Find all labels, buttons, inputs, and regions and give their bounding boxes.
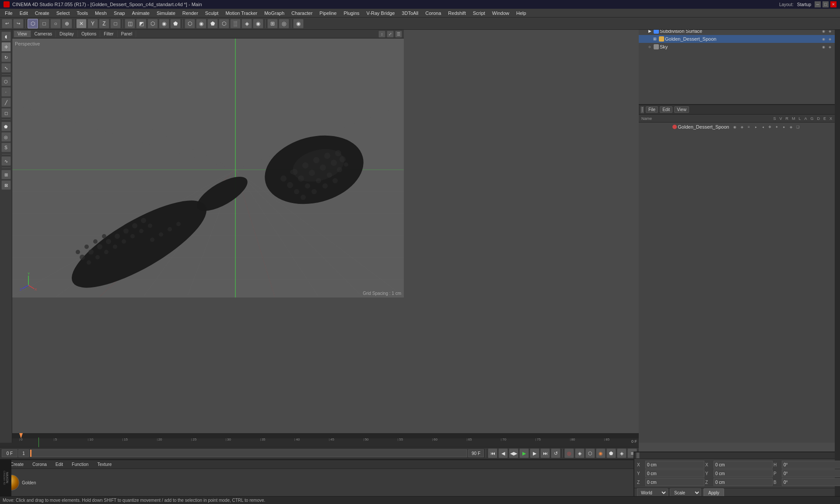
sidebar-point-btn[interactable]: · (1, 87, 11, 97)
mat-tab-texture[interactable]: Texture (94, 461, 115, 468)
sidebar-deform-btn[interactable]: ∿ (1, 156, 11, 166)
scene-item-sky[interactable]: ○ Sky ◉ ◈ (639, 43, 835, 51)
attr-view-btn[interactable]: View (674, 106, 689, 113)
attr-list-btn[interactable]: ≡ (746, 124, 752, 130)
sidebar-t3-btn[interactable]: S (1, 143, 11, 152)
attr-box-btn[interactable]: ◈ (739, 124, 745, 130)
fill-btn[interactable]: ⬡ (219, 19, 229, 28)
sidebar-object-btn[interactable]: ⬡ (1, 77, 11, 86)
sidebar-edge-btn[interactable]: ╱ (1, 98, 11, 107)
attr-star-btn[interactable]: ❖ (767, 124, 773, 130)
attr-file-btn[interactable]: File (646, 106, 658, 113)
menu-plugins[interactable]: Plugins (340, 10, 362, 17)
menu-simulate[interactable]: Simulate (154, 10, 178, 17)
menu-corona[interactable]: Corona (422, 10, 444, 17)
attr-dot-btn[interactable]: ● (781, 124, 787, 130)
attr-panel-grip[interactable]: ⋮ (640, 106, 644, 113)
tab-panel[interactable]: Panel (118, 31, 136, 37)
viewport-expand-btn[interactable]: ↕ (378, 31, 385, 38)
render-region-btn[interactable]: ◫ (125, 19, 135, 28)
maximize-button[interactable]: □ (822, 1, 829, 7)
menu-window[interactable]: Window (489, 10, 512, 17)
menu-snap[interactable]: Snap (111, 10, 128, 17)
scale-dropdown[interactable]: Scale (670, 488, 701, 497)
light-btn[interactable]: ◉ (293, 19, 304, 28)
spoon-expand-icon[interactable]: ⊞ (652, 36, 658, 42)
snap-btn[interactable]: ⊞ (267, 19, 278, 28)
attr-ring-btn[interactable]: ◈ (788, 124, 794, 130)
menu-mesh[interactable]: Mesh (92, 10, 110, 17)
brush-btn[interactable]: ◉ (196, 19, 206, 28)
viewport-fullscreen-btn[interactable]: ⤢ (387, 31, 394, 38)
sidebar-t2-btn[interactable]: ◎ (1, 132, 11, 142)
menu-edit[interactable]: Edit (17, 10, 31, 17)
menu-script[interactable]: Script (470, 10, 488, 17)
sky-lock-btn[interactable]: ◈ (827, 44, 833, 50)
attr-eye-btn[interactable]: ◉ (732, 124, 738, 130)
menu-3dtoall[interactable]: 3DToAll (399, 10, 421, 17)
coord-xr-input[interactable] (714, 461, 773, 469)
tab-view[interactable]: View (14, 31, 31, 37)
menu-tools[interactable]: Tools (74, 10, 91, 17)
tab-display[interactable]: Display (56, 31, 78, 37)
attr-frame-btn[interactable]: ❏ (795, 124, 801, 130)
attr-back-btn[interactable]: ◂ (760, 124, 766, 130)
menu-animate[interactable]: Animate (129, 10, 153, 17)
sidebar-t1-btn[interactable]: ⬟ (1, 122, 11, 131)
motion-clip-btn[interactable]: ⬡ (585, 448, 595, 458)
attr-item-spoon[interactable]: Golden_Dessert_Spoon ◉ ◈ ≡ ▸ ◂ ❖ ✦ ● ◈ ❏ (671, 122, 802, 131)
transform-btn[interactable]: □ (110, 19, 121, 28)
render-settings-btn[interactable]: ⬟ (170, 19, 181, 28)
menu-character[interactable]: Character (288, 10, 315, 17)
sidebar-grid-btn[interactable]: ⊞ (1, 170, 11, 179)
spoon-lock-btn[interactable]: ◈ (827, 36, 833, 42)
sky-expand-icon[interactable]: ○ (647, 44, 653, 50)
menu-sculpt[interactable]: Sculpt (202, 10, 222, 17)
mat-tab-edit[interactable]: Edit (52, 461, 66, 468)
spoon-eye-btn[interactable]: ◉ (820, 36, 826, 42)
timeline-btn[interactable]: ◈ (617, 448, 626, 458)
frame-start-input[interactable] (2, 449, 18, 457)
rotate-tool-btn[interactable]: Z (99, 19, 109, 28)
minimize-button[interactable]: ─ (815, 1, 821, 7)
attr-edit-btn[interactable]: Edit (660, 106, 672, 113)
ik-btn[interactable]: ⬟ (606, 448, 616, 458)
scale-tool-btn[interactable]: Y (88, 19, 98, 28)
frame-step-input[interactable] (18, 449, 29, 457)
coord-b-input[interactable] (782, 478, 840, 486)
sidebar-scale-btn[interactable]: ⤡ (1, 63, 11, 73)
menu-file[interactable]: File (2, 10, 16, 17)
menu-render[interactable]: Render (179, 10, 201, 17)
sidebar-poly-btn[interactable]: ◻ (1, 108, 11, 118)
coord-yr-input[interactable] (714, 469, 773, 477)
coord-p-input[interactable] (782, 469, 840, 477)
tab-filter[interactable]: Filter (100, 31, 117, 37)
render-active-btn[interactable]: ◩ (136, 19, 147, 28)
mode-point-btn[interactable]: □ (39, 19, 49, 28)
menu-mograph[interactable]: MoGraph (261, 10, 287, 17)
menu-help[interactable]: Help (513, 10, 529, 17)
render-to-po-btn[interactable]: ◉ (159, 19, 169, 28)
clone-btn[interactable]: ░ (230, 19, 241, 28)
menu-pipeline[interactable]: Pipeline (316, 10, 340, 17)
paint-btn[interactable]: ⬡ (185, 19, 195, 28)
viewport-menu-btn[interactable]: ☰ (395, 31, 402, 38)
hair-btn[interactable]: ◉ (253, 19, 263, 28)
attr-plus-btn[interactable]: ✦ (774, 124, 780, 130)
attr-play-btn[interactable]: ▸ (753, 124, 759, 130)
sidebar-rotate-btn[interactable]: ↻ (1, 52, 11, 62)
render-btn[interactable]: ⬡ (147, 19, 158, 28)
move-tool-btn[interactable]: ✕ (76, 19, 87, 28)
uvw-btn[interactable]: ◈ (242, 19, 252, 28)
coord-z-input[interactable] (645, 478, 704, 486)
play-btn[interactable]: ▶ (519, 448, 529, 458)
goto-end-btn[interactable]: ⏭ (540, 448, 550, 458)
tab-cameras[interactable]: Cameras (31, 31, 56, 37)
prev-frame-btn[interactable]: ◀ (498, 448, 508, 458)
coord-grip[interactable] (636, 452, 640, 458)
sidebar-select-btn[interactable]: ◖ (1, 32, 11, 41)
menu-vray-bridge[interactable]: V-Ray Bridge (364, 10, 398, 17)
undo-button[interactable]: ↩ (2, 19, 12, 28)
next-frame-btn[interactable]: ▶ (530, 448, 539, 458)
play-back-btn[interactable]: ◀▶ (509, 448, 518, 458)
